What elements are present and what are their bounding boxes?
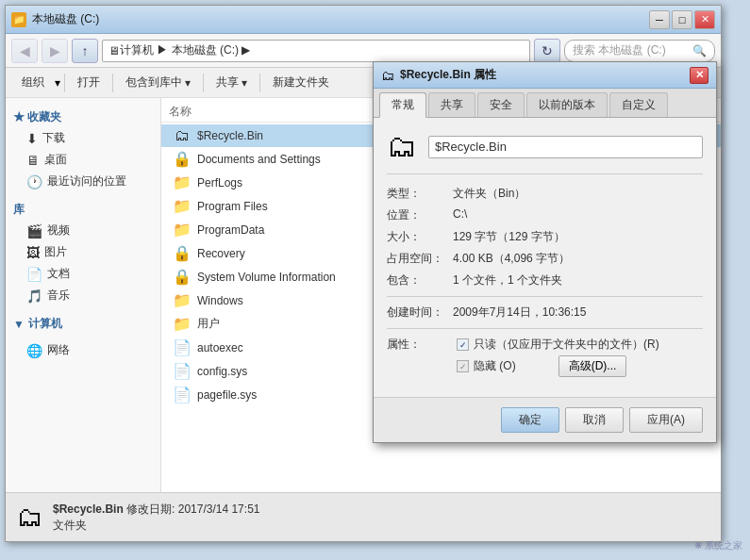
include-library-label: 包含到库中 bbox=[125, 74, 182, 91]
search-icon: 🔍 bbox=[692, 44, 707, 58]
share-dropdown-icon: ▾ bbox=[242, 76, 247, 90]
sidebar-item-videos[interactable]: 🎬 视频 bbox=[6, 220, 160, 241]
title-bar-icon: 📁 bbox=[11, 12, 26, 27]
pictures-icon: 🖼 bbox=[26, 245, 40, 260]
title-bar-title: 本地磁盘 (C:) bbox=[32, 11, 649, 27]
config-icon: 📄 bbox=[173, 362, 192, 380]
file-item-perflogs-name: PerfLogs bbox=[197, 176, 242, 189]
refresh-button[interactable]: ↻ bbox=[534, 39, 560, 63]
search-box[interactable]: 搜索 本地磁盘 (C:) 🔍 bbox=[564, 40, 715, 62]
up-button[interactable]: ↑ bbox=[72, 39, 98, 63]
prop-row-location: 位置： C:\ bbox=[387, 207, 703, 223]
maximize-button[interactable]: □ bbox=[672, 10, 692, 29]
hidden-checkbox[interactable] bbox=[457, 360, 469, 372]
status-file-icon: 🗂 bbox=[17, 502, 43, 533]
prop-separator-1 bbox=[387, 296, 703, 297]
sidebar-item-documents[interactable]: 📄 文档 bbox=[6, 263, 160, 285]
programdata-icon: 📁 bbox=[173, 221, 192, 239]
hidden-row: 隐藏 (O) 高级(D)... bbox=[457, 355, 703, 377]
close-button[interactable]: ✕ bbox=[694, 10, 715, 29]
videos-icon: 🎬 bbox=[26, 223, 42, 239]
dialog-file-icon: 🗂 bbox=[387, 129, 417, 164]
sidebar-item-recent[interactable]: 🕐 最近访问的位置 bbox=[6, 171, 160, 192]
organize-button[interactable]: 组织 bbox=[13, 71, 53, 95]
sidebar-item-desktop[interactable]: 🖥 桌面 bbox=[6, 149, 160, 171]
autoexec-icon: 📄 bbox=[173, 338, 192, 356]
hidden-label: 隐藏 (O) bbox=[474, 358, 516, 374]
favorites-section: ★ 收藏夹 ⬇ 下载 🖥 桌面 🕐 最近访问的位置 bbox=[6, 106, 160, 192]
sidebar-item-network[interactable]: 🌐 网络 bbox=[6, 339, 160, 361]
toolbar-separator-4 bbox=[259, 74, 260, 92]
music-icon: 🎵 bbox=[26, 288, 42, 304]
watermark: ❋ 系统之家 bbox=[694, 539, 742, 552]
prop-separator-2 bbox=[387, 328, 703, 329]
status-filename: $Recycle.Bin bbox=[53, 502, 124, 516]
computer-section: ▼ 计算机 bbox=[6, 312, 160, 334]
docs-settings-icon: 🔒 bbox=[173, 150, 192, 168]
share-button[interactable]: 共享 ▾ bbox=[208, 71, 256, 95]
status-bar: 🗂 $Recycle.Bin 修改日期: 2017/3/14 17:51 文件夹 bbox=[6, 492, 721, 541]
path-computer: 🖥 bbox=[108, 44, 120, 58]
attr-row: 属性： 只读（仅应用于文件夹中的文件）(R) 隐藏 (O) 高级(D)... bbox=[387, 337, 703, 380]
recent-label: 最近访问的位置 bbox=[47, 173, 126, 189]
dialog-title-text: $Recycle.Bin 属性 bbox=[400, 67, 684, 83]
created-value: 2009年7月14日，10:36:15 bbox=[453, 305, 586, 321]
title-bar: 📁 本地磁盘 (C:) ─ □ ✕ bbox=[6, 6, 721, 34]
perflogs-icon: 📁 bbox=[173, 173, 192, 191]
sidebar-item-music[interactable]: 🎵 音乐 bbox=[6, 285, 160, 306]
toolbar-dropdown-icon: ▾ bbox=[55, 76, 60, 90]
attr-checkboxes: 只读（仅应用于文件夹中的文件）(R) 隐藏 (O) 高级(D)... bbox=[453, 337, 703, 380]
new-folder-button[interactable]: 新建文件夹 bbox=[264, 71, 338, 95]
open-button[interactable]: 打开 bbox=[69, 71, 108, 95]
computer-section-title: ▼ 计算机 bbox=[6, 312, 160, 334]
documents-label: 文档 bbox=[47, 266, 70, 282]
users-icon: 📁 bbox=[173, 315, 192, 333]
library-section: 库 🎬 视频 🖼 图片 📄 文档 🎵 音乐 bbox=[6, 198, 160, 306]
computer-expand-icon: ▼ bbox=[13, 318, 25, 331]
apply-button[interactable]: 应用(A) bbox=[629, 407, 703, 433]
forward-button[interactable]: ▶ bbox=[42, 39, 68, 63]
advanced-button[interactable]: 高级(D)... bbox=[558, 355, 627, 377]
tab-previous-versions[interactable]: 以前的版本 bbox=[526, 92, 608, 117]
recycle-icon: 🗂 bbox=[173, 127, 192, 144]
cancel-button[interactable]: 取消 bbox=[565, 407, 624, 433]
prop-row-type: 类型： 文件夹（Bin） bbox=[387, 186, 703, 202]
recovery-icon: 🔒 bbox=[173, 244, 192, 262]
prop-row-size: 大小： 129 字节（129 字节） bbox=[387, 229, 703, 245]
file-item-program-files-name: Program Files bbox=[197, 200, 268, 213]
readonly-checkbox[interactable] bbox=[457, 338, 469, 351]
library-title: 库 bbox=[6, 198, 160, 220]
dialog-content: 🗂 $Recycle.Bin 类型： 文件夹（Bin） 位置： C:\ 大小： … bbox=[374, 118, 716, 397]
sidebar-item-pictures[interactable]: 🖼 图片 bbox=[6, 241, 160, 263]
pagefile-icon: 📄 bbox=[173, 386, 192, 404]
address-path[interactable]: 🖥 计算机 ▶ 本地磁盘 (C:) ▶ bbox=[102, 40, 530, 62]
tab-customize[interactable]: 自定义 bbox=[609, 92, 668, 117]
toolbar-separator-1 bbox=[64, 74, 65, 92]
readonly-label: 只读（仅应用于文件夹中的文件）(R) bbox=[474, 337, 659, 353]
file-item-docs-settings-name: Documents and Settings bbox=[197, 153, 321, 166]
tab-general[interactable]: 常规 bbox=[379, 92, 426, 118]
sidebar: ★ 收藏夹 ⬇ 下载 🖥 桌面 🕐 最近访问的位置 库 🎬 视 bbox=[6, 98, 161, 492]
watermark-text: 系统之家 bbox=[705, 540, 742, 551]
network-icon: 🌐 bbox=[26, 343, 42, 358]
sidebar-item-downloads[interactable]: ⬇ 下载 bbox=[6, 127, 160, 149]
svi-icon: 🔒 bbox=[173, 268, 192, 286]
prop-row-contains: 包含： 1 个文件，1 个文件夹 bbox=[387, 272, 703, 288]
include-library-button[interactable]: 包含到库中 ▾ bbox=[117, 71, 199, 95]
include-library-icon: ▾ bbox=[185, 76, 191, 90]
dialog-close-button[interactable]: ✕ bbox=[690, 67, 708, 84]
tab-security[interactable]: 安全 bbox=[477, 92, 525, 117]
tab-share[interactable]: 共享 bbox=[428, 92, 475, 117]
back-button[interactable]: ◀ bbox=[11, 39, 38, 63]
location-label: 位置： bbox=[387, 207, 453, 223]
file-item-windows-name: Windows bbox=[197, 294, 243, 307]
dialog-file-name: $Recycle.Bin bbox=[428, 136, 703, 158]
search-placeholder: 搜索 本地磁盘 (C:) bbox=[573, 42, 666, 58]
windows-icon: 📁 bbox=[173, 291, 192, 309]
share-label: 共享 bbox=[216, 74, 239, 91]
toolbar-separator-2 bbox=[112, 74, 113, 92]
minimize-button[interactable]: ─ bbox=[649, 10, 670, 29]
size-value: 129 字节（129 字节） bbox=[453, 229, 565, 245]
status-text: $Recycle.Bin 修改日期: 2017/3/14 17:51 文件夹 bbox=[53, 502, 259, 534]
ok-button[interactable]: 确定 bbox=[501, 407, 559, 433]
